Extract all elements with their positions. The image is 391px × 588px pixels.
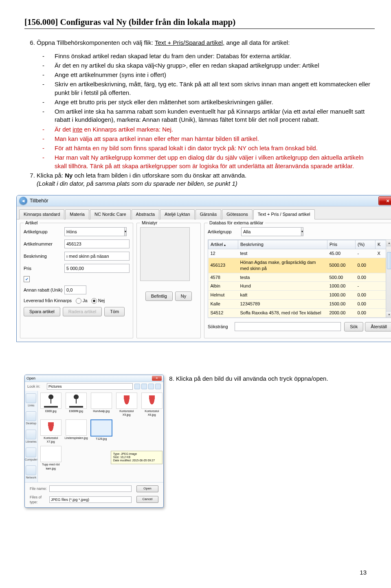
label-pris: Pris xyxy=(24,265,64,272)
place-computer[interactable]: Computer xyxy=(25,448,37,461)
label-filetype: Files of type: xyxy=(30,495,48,505)
newfolder-icon[interactable] xyxy=(148,384,154,389)
label-levererad: Levererad från Kinnarps xyxy=(24,298,76,304)
tab-materia[interactable]: Materia xyxy=(65,209,89,219)
group-artikel: Artikel Artikelgrupp ▾ Artikelnummer Bes… xyxy=(20,223,133,338)
back-icon[interactable] xyxy=(134,384,140,389)
tab-nc-nordic[interactable]: NC Nordic Care xyxy=(90,209,131,219)
spara-artikel-button[interactable]: Spara artikel xyxy=(24,307,60,316)
place-desktop[interactable]: Desktop xyxy=(26,411,36,425)
file-thumb[interactable]: Kontorsstol X7.jpg xyxy=(40,419,62,444)
file-thumb-selected[interactable]: T128.jpg xyxy=(90,419,113,444)
file-thumb[interactable]: Kontorsstol X5.jpg xyxy=(115,393,138,417)
window-tillbehor: ◄ Tillbehör ✕ Kinnarps standard Materia … xyxy=(16,195,391,342)
file-thumb[interactable]: E800.jpg xyxy=(40,393,62,417)
file-thumb[interactable]: E800fill.jpg xyxy=(65,393,88,417)
sok-input[interactable] xyxy=(235,322,341,331)
step-7: Klicka på: Ny och leta fram bilden i din… xyxy=(37,171,375,188)
radera-artikel-button[interactable]: Radera artikel xyxy=(63,307,102,316)
rabatt-input[interactable] xyxy=(64,285,86,294)
radio-nej[interactable] xyxy=(91,298,97,304)
bullet: Är det en ny artikel du ska skapa välj<N… xyxy=(55,61,375,70)
file-thumb[interactable]: Hundvalp.jpg xyxy=(90,393,113,417)
col-pris[interactable]: Pris xyxy=(327,240,356,249)
place-libraries[interactable]: Libraries xyxy=(26,430,37,443)
tab-kinnarps-standard[interactable]: Kinnarps standard xyxy=(19,209,64,219)
group-title: Miniatyr xyxy=(140,220,159,226)
dropdown-icon[interactable]: ▾ xyxy=(301,227,303,236)
places-bar: Links Desktop Libraries Computer Network xyxy=(25,391,38,482)
bullet: Ange ett brutto pris per styck eller den… xyxy=(55,98,375,106)
lookin-select[interactable]: Pictures xyxy=(47,383,133,390)
viewmode-icon[interactable] xyxy=(155,384,161,389)
label-filename: File name: xyxy=(30,486,48,491)
place-network[interactable]: Network xyxy=(26,465,36,479)
scroll-up-icon[interactable]: ▲ xyxy=(386,240,391,246)
step-6: Öppna Tillbehörskomponenten och välj fli… xyxy=(37,39,375,47)
group-databas: Databas för externa artiklar Artikelgrup… xyxy=(204,223,391,338)
dropdown-icon[interactable]: ▾ xyxy=(124,227,127,236)
pris-input[interactable] xyxy=(64,264,130,273)
scroll-thumb[interactable] xyxy=(387,252,391,269)
artikelgrupp-input[interactable] xyxy=(64,227,124,236)
close-icon[interactable]: ✕ xyxy=(378,196,391,205)
tab-garsnas[interactable]: Gärsnäs xyxy=(196,209,222,219)
open-button[interactable]: Open xyxy=(136,485,158,492)
table-row[interactable]: Kalle123457891500.000.00 xyxy=(209,300,391,309)
db-table: Artikel Beskrivning Pris (%) K 12test45.… xyxy=(208,239,391,318)
label-nej: Nej xyxy=(98,298,105,304)
open-file-dialog: Open ✕ Look in: Pictures Links Desktop L… xyxy=(24,375,164,508)
ny-button[interactable]: Ny xyxy=(175,292,192,301)
db-grupp-input[interactable] xyxy=(241,227,301,236)
befintlig-button[interactable]: Befintlig xyxy=(145,292,173,301)
filename-input[interactable] xyxy=(49,485,132,492)
label-db-grupp: Artikelgrupp xyxy=(208,229,241,235)
checkbox[interactable]: ✔ xyxy=(24,276,30,282)
sok-button[interactable]: Sök xyxy=(344,322,363,331)
aterstall-button[interactable]: Återställ xyxy=(365,322,391,331)
table-row[interactable]: Helmutkatt1000.000.00 xyxy=(209,291,391,300)
table-row[interactable]: AlbinHund1000.00- xyxy=(209,282,391,291)
tab-text-pris-sparad[interactable]: Text + Pris / Sparad artikel xyxy=(253,209,315,219)
table-row-selected[interactable]: 456123Hönan Agdas make, gråspräcklig dam… xyxy=(209,258,391,273)
group-title: Artikel xyxy=(24,220,40,226)
label-sokstrang: Söksträng xyxy=(208,324,235,330)
label-artikelgrupp: Artikelgrupp xyxy=(24,229,64,235)
label-artikelnummer: Artikelnummer xyxy=(24,241,64,247)
bullet-red: Man kan välja att spara artikel innan el… xyxy=(55,135,375,143)
window-title: Tillbehör xyxy=(30,197,48,204)
tab-gotessons[interactable]: Götessons xyxy=(222,209,253,219)
filetype-select[interactable]: JPEG files (*.jpg *.jpeg) xyxy=(49,496,132,503)
col-artikel[interactable]: Artikel xyxy=(209,240,238,249)
beskrivning-input[interactable] xyxy=(64,252,130,261)
back-icon[interactable]: ◄ xyxy=(19,197,27,205)
place-links[interactable]: Links xyxy=(26,393,36,407)
cancel-button[interactable]: Cancel xyxy=(136,496,158,503)
tab-abstracta[interactable]: Abstracta xyxy=(132,209,159,219)
label-rabatt: Annan rabatt (Unik) xyxy=(24,287,64,293)
file-thumb[interactable]: Tupp med röd kam.jpg xyxy=(40,446,62,470)
tab-atelje-lyktan[interactable]: Ateljé Lyktan xyxy=(160,209,195,219)
bullet: Skriv en artikelbeskrivning, mått, färg,… xyxy=(55,80,375,97)
bullet: Finns önskad artikel redan skapad letar … xyxy=(55,52,375,60)
label-lookin: Look in: xyxy=(27,384,45,389)
tab-strip: Kinnarps standard Materia NC Nordic Care… xyxy=(17,206,391,219)
scroll-down-icon[interactable]: ▼ xyxy=(386,311,391,318)
table-row[interactable]: 12test45.00-X xyxy=(209,249,391,258)
radio-ja[interactable] xyxy=(76,298,81,304)
col-pct[interactable]: (%) xyxy=(356,240,376,249)
table-row[interactable]: S4512Soffa Raxxika 4578, med röd Tex klä… xyxy=(209,308,391,317)
col-beskrivning[interactable]: Beskrivning xyxy=(238,240,327,249)
label-ja: Ja xyxy=(83,298,88,304)
thumbnail-preview xyxy=(140,227,190,281)
up-icon[interactable] xyxy=(141,384,147,389)
file-thumb[interactable]: Lindenspiralen.jpg xyxy=(65,419,88,444)
table-row[interactable]: 4578testa500.000.00 xyxy=(209,273,391,282)
group-title: Databas för externa artiklar xyxy=(208,220,265,226)
close-icon[interactable]: ✕ xyxy=(152,376,162,381)
artikelnummer-input[interactable] xyxy=(64,239,130,248)
tom-button[interactable]: Töm xyxy=(104,307,125,316)
file-thumb[interactable]: Kontorsstol X6.jpg xyxy=(141,393,163,417)
bullet-red: Har man valt Ny artikelgrupp kommer det … xyxy=(55,154,375,170)
scrollbar[interactable]: ▲ ▼ xyxy=(386,240,391,318)
